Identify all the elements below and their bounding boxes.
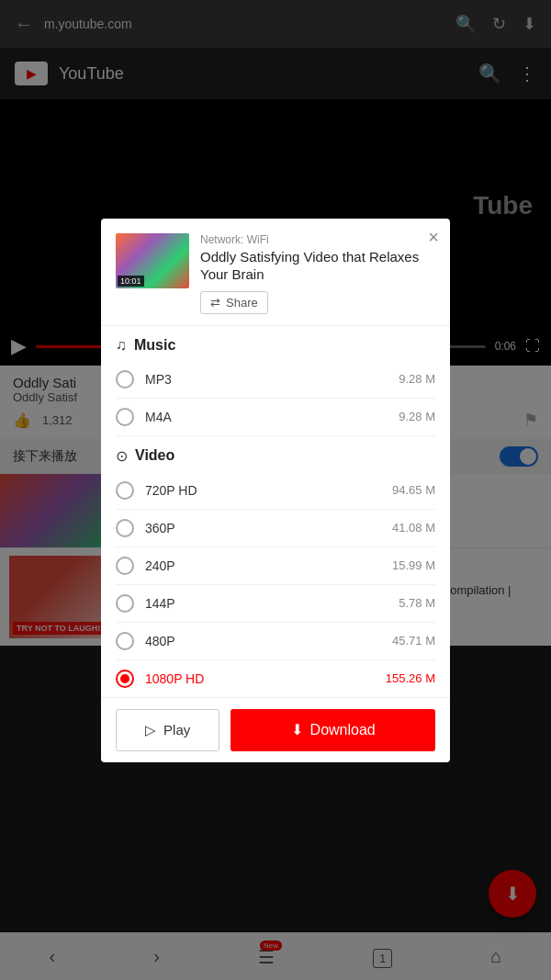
share-button[interactable]: ⇄ Share [200,291,268,314]
radio-720p[interactable] [116,481,134,500]
format-size-240p: 15.99 M [392,558,435,572]
format-label-240p: 240P [145,558,392,573]
play-button-icon: ▷ [145,722,156,738]
format-row-480p[interactable]: 480P 45.71 M [116,623,435,660]
format-label-480p: 480P [145,634,392,648]
format-label-360p: 360P [145,521,392,535]
format-row-1080p[interactable]: 1080P HD 155.26 M [116,660,435,697]
radio-480p[interactable] [116,632,134,650]
download-modal: 10:01 Network: WiFi Oddly Satisfying Vid… [101,219,450,762]
modal-info: Network: WiFi Oddly Satisfying Video tha… [200,233,435,314]
music-icon: ♫ [116,337,127,354]
music-section-label: Music [134,337,175,354]
share-label: Share [226,296,258,310]
modal-footer: ▷ Play ⬇ Download [101,697,450,762]
format-row-mp3[interactable]: MP3 9.28 M [116,361,435,399]
video-icon: ⊙ [116,447,128,465]
radio-240p[interactable] [116,557,134,575]
format-row-720p[interactable]: 720P HD 94.65 M [116,472,435,510]
format-label-144p: 144P [145,596,399,611]
play-button[interactable]: ▷ Play [116,709,219,751]
radio-inner-1080p [120,674,129,683]
download-button[interactable]: ⬇ Download [231,709,435,751]
modal-network-label: Network: WiFi [200,233,435,246]
format-label-mp3: MP3 [145,372,399,387]
video-section-label: Video [135,447,174,464]
modal-thumb-time: 10:01 [118,276,144,287]
modal-thumbnail: 10:01 [116,233,189,288]
format-row-360p[interactable]: 360P 41.08 M [116,510,435,547]
format-size-mp3: 9.28 M [399,372,435,386]
radio-m4a[interactable] [116,408,134,426]
video-section-header: ⊙ Video [116,436,435,472]
radio-1080p[interactable] [116,670,134,688]
format-size-720p: 94.65 M [392,483,435,497]
download-button-label: Download [310,722,376,738]
music-section-header: ♫ Music [116,326,435,361]
format-size-m4a: 9.28 M [399,410,435,423]
modal-close-button[interactable]: × [428,228,439,246]
play-button-label: Play [163,722,190,738]
share-icon: ⇄ [210,296,220,310]
modal-header: 10:01 Network: WiFi Oddly Satisfying Vid… [101,219,450,326]
download-button-icon: ⬇ [291,721,303,738]
format-label-1080p: 1080P HD [145,671,386,686]
format-size-144p: 5.78 M [399,596,435,610]
format-row-m4a[interactable]: M4A 9.28 M [116,399,435,436]
modal-body: ♫ Music MP3 9.28 M M4A 9.28 M ⊙ Video [101,326,450,697]
format-size-480p: 45.71 M [392,634,435,648]
format-size-360p: 41.08 M [392,521,435,535]
modal-overlay[interactable]: 10:01 Network: WiFi Oddly Satisfying Vid… [0,0,551,980]
radio-mp3[interactable] [116,370,134,389]
modal-video-title: Oddly Satisfying Video that Relaxes Your… [200,248,435,284]
format-row-144p[interactable]: 144P 5.78 M [116,585,435,623]
format-label-720p: 720P HD [145,483,392,498]
format-row-240p[interactable]: 240P 15.99 M [116,547,435,585]
format-size-1080p: 155.26 M [386,671,435,685]
radio-144p[interactable] [116,594,134,613]
radio-360p[interactable] [116,519,134,537]
format-label-m4a: M4A [145,410,399,424]
